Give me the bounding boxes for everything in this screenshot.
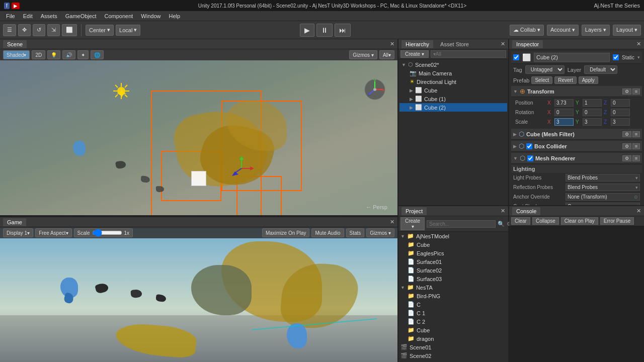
transform-settings-btn[interactable]: ⚙ <box>622 88 631 95</box>
search-all-dropdown[interactable]: All▾ <box>379 50 394 59</box>
object-enabled-checkbox[interactable] <box>513 54 519 60</box>
menu-window[interactable]: Window <box>137 12 165 20</box>
reflection-probes-value[interactable]: Blend Probes ▾ <box>566 184 640 191</box>
proj-item-c1[interactable]: 📄 C 1 <box>398 309 508 317</box>
scene-lighting-btn[interactable]: 💡 <box>47 50 60 59</box>
proj-item-ajnestmodel[interactable]: ▼ 📁 AjNesTModel <box>398 232 508 240</box>
proj-item-c[interactable]: 📄 C <box>398 300 508 309</box>
rect-tool[interactable]: ⬜ <box>62 24 77 36</box>
proj-item-surface01[interactable]: 📄 Surface01 <box>398 257 508 266</box>
pos-x-input[interactable] <box>554 99 574 107</box>
scale-slider[interactable] <box>92 230 122 235</box>
layout-dropdown[interactable]: Layout ▾ <box>613 25 641 36</box>
proj-item-nesta[interactable]: ▼ 📁 NesTA <box>398 283 508 292</box>
hierarchy-search[interactable] <box>431 50 506 58</box>
console-collapse-btn[interactable]: Collapse <box>532 217 559 225</box>
hierarchy-create-btn[interactable]: Create ▾ <box>400 50 429 58</box>
bc-settings-btn[interactable]: ⚙ <box>622 143 631 149</box>
scene-sky-btn[interactable]: 🌐 <box>91 50 104 59</box>
play-button[interactable]: ▶ <box>300 24 314 37</box>
box-collider-header[interactable]: ▶ ⬡ Box Collider ⚙ ≡ <box>511 141 642 152</box>
mr-context-btn[interactable]: ≡ <box>632 155 640 161</box>
mesh-renderer-enabled[interactable] <box>527 155 533 161</box>
stats-button[interactable]: Stats <box>346 228 365 237</box>
proj-item-scene01[interactable]: 🎬 Scene01 <box>398 343 508 351</box>
rot-x-input[interactable] <box>554 109 574 116</box>
proj-item-eaglespics[interactable]: 📁 EaglesPics <box>398 249 508 257</box>
layer-select[interactable]: Default <box>584 65 617 74</box>
tab-game[interactable]: Game <box>3 218 26 226</box>
prefab-select-btn[interactable]: Select <box>531 76 552 84</box>
step-button[interactable]: ⏭ <box>335 24 351 37</box>
tab-scene[interactable]: Scene <box>3 40 27 48</box>
menu-gameobject[interactable]: GameObject <box>61 12 101 20</box>
menu-file[interactable]: File <box>2 12 19 20</box>
transform-context-btn[interactable]: ≡ <box>632 88 640 95</box>
bc-context-btn[interactable]: ≡ <box>632 143 640 149</box>
mesh-filter-header[interactable]: ▶ ⬡ Cube (Mesh Filter) ⚙ ≡ <box>511 129 642 140</box>
hier-item-light[interactable]: ☀ Directional Light <box>399 77 507 86</box>
move-tool[interactable]: ✥ <box>18 24 31 36</box>
local-dropdown[interactable]: Local▾ <box>116 25 140 36</box>
mf-settings-btn[interactable]: ⚙ <box>622 131 631 137</box>
pos-y-input[interactable] <box>583 99 602 107</box>
hier-item-camera[interactable]: 📷 Main Camera <box>399 69 507 77</box>
gizmos-dropdown[interactable]: Gizmos ▾ <box>349 50 377 59</box>
anchor-override-value[interactable]: None (Transform) ⊙ <box>566 193 640 201</box>
scale-control[interactable]: Scale 1x <box>74 228 133 237</box>
hier-item-scene[interactable]: ▼ ⬡ Scene02* <box>399 60 507 69</box>
mr-settings-btn[interactable]: ⚙ <box>622 155 631 161</box>
menu-edit[interactable]: Edit <box>19 12 37 20</box>
light-probes-value[interactable]: Blend Probes ▾ <box>566 174 640 182</box>
scale-z-input[interactable] <box>611 118 630 126</box>
proj-item-cube-folder[interactable]: 📁 Cube <box>398 240 508 249</box>
proj-item-dragon[interactable]: 📁 dragon <box>398 334 508 343</box>
hier-item-cube2[interactable]: ▶ ⬜ Cube (1) <box>399 95 507 103</box>
hier-item-cube3[interactable]: ▶ ⬜ Cube (2) <box>399 103 507 112</box>
proj-item-c2[interactable]: 📄 C 2 <box>398 317 508 326</box>
scene-audio-btn[interactable]: 🔊 <box>62 50 75 59</box>
scene-panel-close[interactable]: ✕ <box>390 41 394 47</box>
tag-select[interactable]: Untagged <box>525 65 565 74</box>
scale-tool[interactable]: ⇲ <box>47 24 60 36</box>
scene-canvas[interactable]: ✦ <box>0 60 397 215</box>
console-error-pause-btn[interactable]: Error Pause <box>600 217 634 225</box>
prefab-apply-btn[interactable]: Apply <box>579 76 598 84</box>
tab-inspector[interactable]: Inspector <box>512 40 543 48</box>
hand-tool[interactable]: ☰ <box>3 24 16 36</box>
object-name-input[interactable] <box>534 53 610 62</box>
center-dropdown[interactable]: Center▾ <box>86 25 114 36</box>
account-dropdown[interactable]: Account ▾ <box>547 25 579 36</box>
rotate-tool[interactable]: ↺ <box>33 24 45 36</box>
tab-hierarchy[interactable]: Hierarchy <box>401 40 433 48</box>
menu-component[interactable]: Component <box>100 12 137 20</box>
tab-asset-store[interactable]: Asset Store <box>436 40 473 48</box>
2d-button[interactable]: 2D <box>32 50 45 59</box>
project-create-btn[interactable]: Create ▾ <box>400 217 425 230</box>
box-collider-enabled[interactable] <box>526 143 532 149</box>
collab-dropdown[interactable]: ☁ Collab ▾ <box>510 25 544 36</box>
proj-item-surface03[interactable]: 📄 Surface03 <box>398 275 508 283</box>
mf-context-btn[interactable]: ≡ <box>632 131 640 137</box>
tab-project[interactable]: Project <box>401 207 427 215</box>
transform-component-header[interactable]: ▼ ⊕ Transform ⚙ ≡ <box>511 86 642 97</box>
console-clear-on-play-btn[interactable]: Clear on Play <box>561 217 598 225</box>
tab-console[interactable]: Console <box>512 207 540 215</box>
game-canvas[interactable] <box>0 228 397 362</box>
menu-help[interactable]: Help <box>165 12 184 20</box>
project-panel-close[interactable]: ✕ <box>501 208 505 214</box>
hier-item-cube1[interactable]: ▶ ⬜ Cube <box>399 86 507 95</box>
hierarchy-panel-close[interactable]: ✕ <box>501 41 505 47</box>
aspect-dropdown[interactable]: Free Aspect▾ <box>35 228 71 237</box>
rot-z-input[interactable] <box>611 109 630 116</box>
scale-y-input[interactable] <box>583 118 602 126</box>
proj-item-bird-png[interactable]: 📁 Bird-PNG <box>398 292 508 300</box>
rot-y-input[interactable] <box>583 109 602 116</box>
shaded-dropdown[interactable]: Shaded▾ <box>3 50 30 59</box>
inspector-panel-close[interactable]: ✕ <box>636 41 641 47</box>
proj-item-surface02[interactable]: 📄 Surface02 <box>398 266 508 275</box>
menu-assets[interactable]: Assets <box>37 12 61 20</box>
proj-item-scene02[interactable]: 🎬 Scene02 <box>398 351 508 360</box>
scene-fx-btn[interactable]: ✦ <box>77 50 89 59</box>
display-dropdown[interactable]: Display 1▾ <box>3 228 33 237</box>
